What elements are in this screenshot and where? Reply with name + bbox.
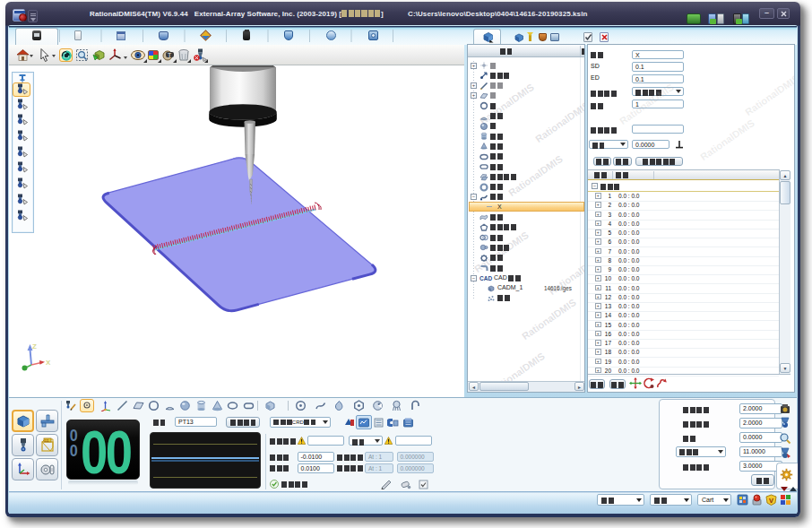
- svg-text:V: V: [769, 497, 773, 505]
- svg-text:T: T: [168, 52, 172, 58]
- svg-text:Z: Z: [32, 342, 37, 351]
- svg-text:X: X: [46, 359, 51, 367]
- svg-text:CAD: CAD: [479, 275, 492, 281]
- svg-text:111: 111: [44, 438, 48, 442]
